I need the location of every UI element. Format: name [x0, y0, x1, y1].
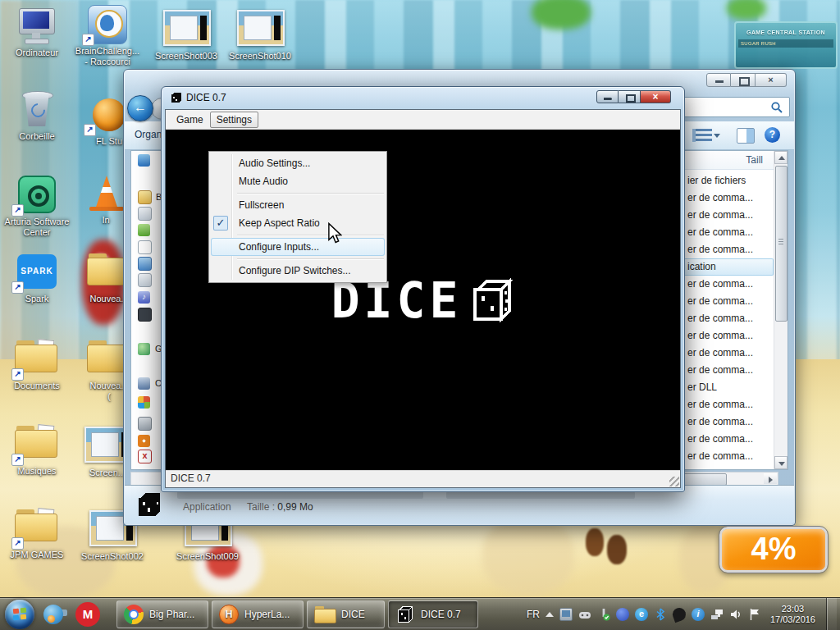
maximize-button[interactable] — [619, 90, 641, 103]
icon-label: Documents — [2, 381, 72, 391]
folder-icon: ↗ — [14, 425, 60, 464]
icon-label: ScreenShot010 — [225, 51, 295, 62]
desktop-icon-jpm-games[interactable]: ↗ JPM GAMES — [2, 509, 72, 560]
icon-label: Spark — [2, 294, 72, 304]
scroll-up-button[interactable] — [774, 151, 788, 164]
preview-pane-icon[interactable] — [737, 128, 755, 144]
recycle-bin-icon — [14, 90, 60, 130]
explorer-e-tray-icon[interactable]: e — [635, 608, 648, 621]
taskbar-button-dice-app[interactable]: DICE 0.7 — [388, 600, 478, 628]
close-button[interactable]: × — [756, 73, 787, 87]
menu-item-audio-settings[interactable]: Audio Settings... — [211, 154, 385, 172]
minimize-button[interactable] — [706, 73, 731, 87]
sidebar-item-icon[interactable] — [138, 224, 150, 236]
vlc-cone-icon — [93, 176, 121, 207]
sidebar-item-icon[interactable] — [138, 154, 150, 167]
sidebar-item-icon[interactable] — [138, 435, 150, 447]
sidebar-item-icon[interactable] — [138, 396, 150, 409]
maximize-button[interactable] — [731, 73, 756, 87]
windows-flag-icon — [13, 609, 20, 614]
menu-item-fullscreen[interactable]: Fullscreen — [211, 196, 385, 214]
menu-item-configure-inputs[interactable]: Configure Inputs... — [211, 238, 385, 256]
desktop-icon-corbeille[interactable]: Corbeille — [2, 90, 72, 142]
language-indicator[interactable]: FR — [527, 609, 540, 620]
shortcut-arrow-icon: ↗ — [11, 368, 24, 381]
blue-app-tray-icon[interactable] — [616, 608, 629, 621]
sidebar-item-icon[interactable] — [138, 240, 152, 254]
icon-label: ScreenShot002 — [77, 551, 148, 562]
menu-settings[interactable]: Settings — [210, 112, 258, 128]
usb-tray-icon[interactable] — [597, 608, 610, 621]
bluetooth-tray-icon[interactable] — [654, 608, 667, 621]
system-tray: FR e i — [527, 598, 840, 630]
sidebar-item-icon[interactable] — [138, 273, 152, 287]
sidebar-item-icon[interactable] — [138, 257, 152, 271]
menu-item-configure-dip-switches[interactable]: Configure DIP Switches... — [211, 262, 385, 280]
pinned-app-mega-icon[interactable]: M — [75, 602, 100, 627]
taskbar-button-hyperlapse[interactable]: H HyperLa... — [212, 600, 304, 628]
settings-menu: Audio Settings... Mute Audio Fullscreen … — [208, 151, 387, 283]
dice-window: DICE 0.7 × Game Settings DICE — [161, 86, 685, 492]
back-icon: ← — [134, 100, 147, 114]
sidebar-item-icon[interactable]: ♪ — [138, 291, 150, 304]
scrollbar-thumb[interactable] — [775, 166, 788, 322]
game-central-station-sign: GAME CENTRAL STATION SUGAR RUSH — [734, 21, 838, 69]
details-faded-text — [446, 491, 635, 499]
icon-label: ScreenShot009 — [172, 551, 243, 562]
dish-tray-icon[interactable] — [671, 606, 688, 623]
taskbar-clock[interactable]: 23:03 17/03/2016 — [770, 604, 815, 625]
sidebar-item-icon[interactable] — [138, 308, 152, 322]
taskbar-button-dice-folder[interactable]: DICE — [307, 600, 385, 628]
sign-title: GAME CENTRAL STATION — [736, 30, 836, 35]
screenshot-thumbnail-icon — [237, 10, 285, 46]
show-desktop-button[interactable] — [826, 598, 837, 630]
close-button[interactable]: × — [641, 90, 671, 103]
sidebar-item-icon[interactable]: x — [138, 450, 152, 463]
shortcut-arrow-icon: ↗ — [11, 281, 24, 294]
menu-game[interactable]: Game — [170, 112, 210, 128]
menu-bar: Game Settings — [166, 110, 680, 130]
desktop-icon-ordinateur[interactable]: Ordinateur — [2, 7, 72, 58]
network-tray-icon[interactable] — [710, 608, 724, 621]
display-tray-icon[interactable] — [559, 608, 573, 621]
start-button[interactable] — [5, 600, 34, 629]
info-tray-icon[interactable]: i — [692, 608, 705, 621]
scroll-down-button[interactable] — [774, 456, 788, 469]
resize-grip[interactable] — [669, 477, 679, 486]
folder-icon: ↗ — [14, 509, 60, 548]
volume-tray-icon[interactable] — [729, 608, 742, 621]
sidebar-item-icon[interactable]: B — [138, 190, 152, 204]
desktop-icon-spark[interactable]: SPARK↗ Spark — [2, 253, 72, 304]
icon-label: Arturia SoftwareCenter — [2, 217, 72, 238]
views-icon[interactable] — [692, 129, 712, 142]
vertical-scrollbar[interactable] — [774, 151, 788, 469]
taskbar: M Big Phar... H HyperLa... DICE DICE 0.7… — [0, 597, 840, 630]
desktop-icon-arturia[interactable]: ↗ Arturia SoftwareCenter — [2, 176, 72, 238]
sidebar-item-icon[interactable]: G — [138, 343, 150, 355]
desktop-icon-musiques[interactable]: ↗ Musiques — [2, 425, 72, 477]
desktop-icon-screenshot010[interactable]: ScreenShot010 — [225, 10, 295, 62]
sidebar-item-icon[interactable] — [138, 417, 152, 431]
menu-item-mute-audio[interactable]: Mute Audio — [211, 172, 385, 190]
views-caret-icon[interactable] — [714, 134, 720, 138]
hidden-icons-button[interactable] — [546, 612, 554, 617]
taskbar-button-chrome[interactable]: Big Phar... — [116, 600, 208, 628]
minimize-button[interactable] — [596, 90, 619, 103]
sidebar-item-icon[interactable]: C — [138, 377, 150, 390]
menu-separator — [237, 235, 384, 235]
column-header-taille[interactable]: Taill — [746, 154, 763, 166]
pinned-app-fish-icon[interactable] — [43, 603, 67, 626]
action-center-flag-icon[interactable] — [748, 608, 761, 621]
icon-label: JPM GAMES — [2, 550, 72, 560]
desktop-icon-brainchallenge[interactable]: ↗ BrainChalleng...- Raccourci — [72, 5, 143, 67]
help-icon[interactable]: ? — [765, 127, 780, 143]
menu-item-keep-aspect-ratio[interactable]: ✓ Keep Aspect Ratio — [211, 214, 385, 232]
desktop-icon-documents[interactable]: ↗ Documents — [2, 340, 72, 391]
scroll-right-button[interactable] — [764, 473, 777, 484]
gamepad-tray-icon[interactable] — [578, 608, 591, 621]
search-icon — [770, 101, 783, 114]
back-button[interactable]: ← — [127, 95, 153, 121]
desktop-icon-screenshot003[interactable]: ScreenShot003 — [151, 10, 221, 62]
sidebar-item-icon[interactable] — [138, 207, 152, 221]
menu-separator — [237, 258, 384, 259]
